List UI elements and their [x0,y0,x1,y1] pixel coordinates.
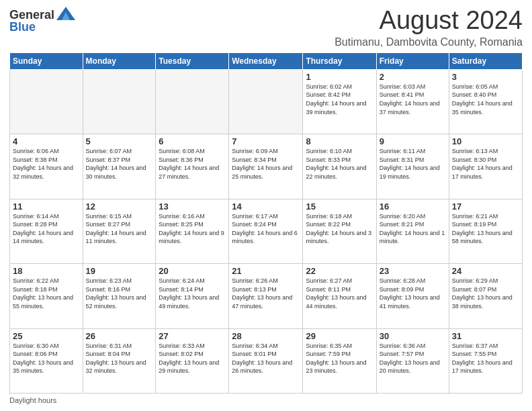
col-sunday: Sunday [10,52,83,69]
day-info: Sunrise: 6:31 AM Sunset: 8:04 PM Dayligh… [86,342,153,375]
col-wednesday: Wednesday [229,52,303,69]
footer-text: Daylight hours [9,396,56,404]
day-number: 15 [306,201,373,212]
calendar-week-3: 18Sunrise: 6:22 AM Sunset: 8:18 PM Dayli… [10,264,523,328]
day-number: 21 [232,266,300,276]
calendar-week-0: 1Sunrise: 6:02 AM Sunset: 8:42 PM Daylig… [10,69,523,134]
calendar-week-2: 11Sunrise: 6:14 AM Sunset: 8:28 PM Dayli… [10,199,523,263]
calendar-cell: 30Sunrise: 6:36 AM Sunset: 7:57 PM Dayli… [376,328,449,393]
day-info: Sunrise: 6:30 AM Sunset: 8:06 PM Dayligh… [13,342,80,375]
calendar-cell: 5Sunrise: 6:07 AM Sunset: 8:37 PM Daylig… [83,134,156,199]
logo-blue-text: Blue [9,20,36,34]
day-info: Sunrise: 6:36 AM Sunset: 7:57 PM Dayligh… [380,342,446,375]
day-number: 6 [159,136,226,146]
day-number: 29 [306,331,373,341]
day-number: 26 [86,331,153,341]
calendar-cell: 6Sunrise: 6:08 AM Sunset: 8:36 PM Daylig… [156,134,229,199]
day-info: Sunrise: 6:18 AM Sunset: 8:22 PM Dayligh… [306,212,373,246]
day-number: 31 [452,331,519,341]
calendar-cell: 28Sunrise: 6:34 AM Sunset: 8:01 PM Dayli… [229,328,303,393]
day-info: Sunrise: 6:05 AM Sunset: 8:40 PM Dayligh… [452,83,519,116]
calendar-cell: 20Sunrise: 6:24 AM Sunset: 8:14 PM Dayli… [156,264,229,328]
footer: Daylight hours [9,396,523,404]
day-number: 20 [159,266,226,276]
day-number: 17 [452,201,519,212]
calendar-cell [83,69,156,134]
day-number: 12 [86,201,153,212]
calendar-cell: 11Sunrise: 6:14 AM Sunset: 8:28 PM Dayli… [10,199,83,263]
calendar-cell: 18Sunrise: 6:22 AM Sunset: 8:18 PM Dayli… [10,264,83,328]
month-title: August 2024 [335,7,523,35]
col-friday: Friday [376,52,449,69]
calendar-cell: 22Sunrise: 6:27 AM Sunset: 8:11 PM Dayli… [303,264,376,328]
day-info: Sunrise: 6:22 AM Sunset: 8:18 PM Dayligh… [13,277,80,310]
day-info: Sunrise: 6:37 AM Sunset: 7:55 PM Dayligh… [452,342,519,375]
day-number: 18 [13,266,80,276]
header-row: Sunday Monday Tuesday Wednesday Thursday… [10,52,523,69]
day-info: Sunrise: 6:21 AM Sunset: 8:19 PM Dayligh… [452,212,519,246]
day-info: Sunrise: 6:16 AM Sunset: 8:25 PM Dayligh… [159,212,226,246]
day-info: Sunrise: 6:28 AM Sunset: 8:09 PM Dayligh… [380,277,446,310]
calendar-cell: 4Sunrise: 6:06 AM Sunset: 8:38 PM Daylig… [10,134,83,199]
calendar-cell: 16Sunrise: 6:20 AM Sunset: 8:21 PM Dayli… [376,199,449,263]
logo: General Blue [9,7,75,34]
col-tuesday: Tuesday [156,52,229,69]
day-number: 24 [452,266,519,276]
header: General Blue August 2024 Butimanu, Dambo… [9,7,523,48]
day-number: 1 [306,72,373,82]
day-number: 19 [86,266,153,276]
day-info: Sunrise: 6:02 AM Sunset: 8:42 PM Dayligh… [306,83,373,116]
calendar-cell: 12Sunrise: 6:15 AM Sunset: 8:27 PM Dayli… [83,199,156,263]
title-area: August 2024 Butimanu, Dambovita County, … [335,7,523,48]
location-title: Butimanu, Dambovita County, Romania [335,36,523,48]
calendar-cell: 7Sunrise: 6:09 AM Sunset: 8:34 PM Daylig… [229,134,303,199]
day-info: Sunrise: 6:20 AM Sunset: 8:21 PM Dayligh… [380,212,446,246]
page: General Blue August 2024 Butimanu, Dambo… [0,0,532,411]
day-info: Sunrise: 6:07 AM Sunset: 8:37 PM Dayligh… [86,147,153,181]
calendar-cell: 26Sunrise: 6:31 AM Sunset: 8:04 PM Dayli… [83,328,156,393]
calendar-cell [156,69,229,134]
calendar-cell: 24Sunrise: 6:29 AM Sunset: 8:07 PM Dayli… [449,264,522,328]
col-saturday: Saturday [449,52,522,69]
calendar-cell: 27Sunrise: 6:33 AM Sunset: 8:02 PM Dayli… [156,328,229,393]
day-info: Sunrise: 6:35 AM Sunset: 7:59 PM Dayligh… [306,342,373,375]
day-number: 30 [380,331,446,341]
calendar-cell: 3Sunrise: 6:05 AM Sunset: 8:40 PM Daylig… [449,69,522,134]
calendar-cell: 10Sunrise: 6:13 AM Sunset: 8:30 PM Dayli… [449,134,522,199]
calendar-cell: 19Sunrise: 6:23 AM Sunset: 8:16 PM Dayli… [83,264,156,328]
calendar-table: Sunday Monday Tuesday Wednesday Thursday… [9,52,523,394]
calendar-cell: 29Sunrise: 6:35 AM Sunset: 7:59 PM Dayli… [303,328,376,393]
day-number: 25 [13,331,80,341]
calendar-body: 1Sunrise: 6:02 AM Sunset: 8:42 PM Daylig… [10,69,523,393]
day-info: Sunrise: 6:11 AM Sunset: 8:31 PM Dayligh… [380,147,446,181]
logo-icon [56,7,75,23]
day-info: Sunrise: 6:27 AM Sunset: 8:11 PM Dayligh… [306,277,373,310]
day-number: 8 [306,136,373,146]
day-info: Sunrise: 6:29 AM Sunset: 8:07 PM Dayligh… [452,277,519,310]
day-number: 2 [380,72,446,82]
calendar-cell: 13Sunrise: 6:16 AM Sunset: 8:25 PM Dayli… [156,199,229,263]
calendar-cell: 31Sunrise: 6:37 AM Sunset: 7:55 PM Dayli… [449,328,522,393]
calendar-cell: 15Sunrise: 6:18 AM Sunset: 8:22 PM Dayli… [303,199,376,263]
day-number: 5 [86,136,153,146]
day-info: Sunrise: 6:23 AM Sunset: 8:16 PM Dayligh… [86,277,153,310]
day-info: Sunrise: 6:13 AM Sunset: 8:30 PM Dayligh… [452,147,519,181]
day-info: Sunrise: 6:10 AM Sunset: 8:33 PM Dayligh… [306,147,373,181]
calendar-week-4: 25Sunrise: 6:30 AM Sunset: 8:06 PM Dayli… [10,328,523,393]
day-number: 4 [13,136,80,146]
calendar-cell: 1Sunrise: 6:02 AM Sunset: 8:42 PM Daylig… [303,69,376,134]
calendar-cell: 8Sunrise: 6:10 AM Sunset: 8:33 PM Daylig… [303,134,376,199]
calendar-cell: 17Sunrise: 6:21 AM Sunset: 8:19 PM Dayli… [449,199,522,263]
calendar-cell: 23Sunrise: 6:28 AM Sunset: 8:09 PM Dayli… [376,264,449,328]
day-number: 27 [159,331,226,341]
day-number: 7 [232,136,300,146]
calendar-cell: 21Sunrise: 6:26 AM Sunset: 8:13 PM Dayli… [229,264,303,328]
day-info: Sunrise: 6:34 AM Sunset: 8:01 PM Dayligh… [232,342,300,375]
day-info: Sunrise: 6:14 AM Sunset: 8:28 PM Dayligh… [13,212,80,246]
day-info: Sunrise: 6:15 AM Sunset: 8:27 PM Dayligh… [86,212,153,246]
day-number: 14 [232,201,300,212]
day-info: Sunrise: 6:03 AM Sunset: 8:41 PM Dayligh… [380,83,446,116]
calendar-cell: 9Sunrise: 6:11 AM Sunset: 8:31 PM Daylig… [376,134,449,199]
calendar-cell [229,69,303,134]
day-info: Sunrise: 6:24 AM Sunset: 8:14 PM Dayligh… [159,277,226,310]
